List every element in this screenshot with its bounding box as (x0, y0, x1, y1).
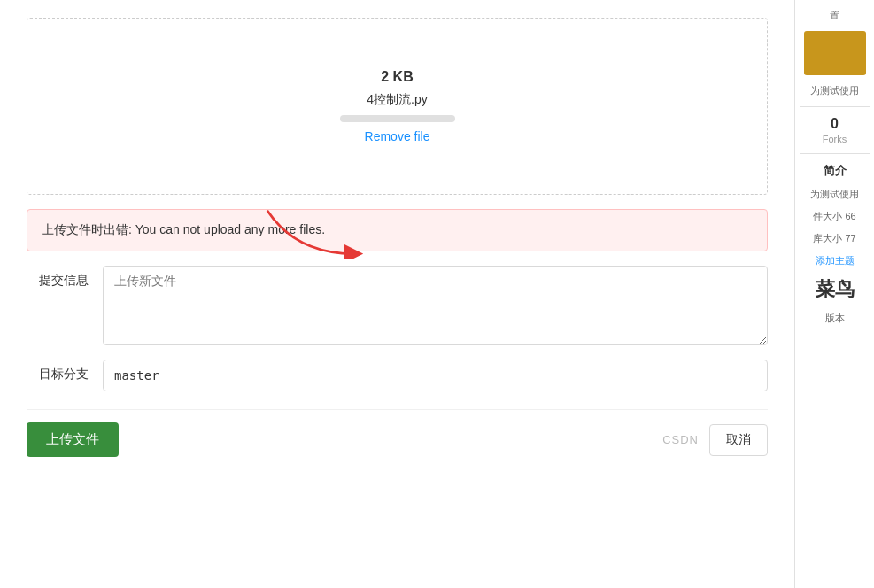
sidebar-yellow-banner (804, 31, 866, 75)
sidebar-forks-section: 0 Forks (823, 116, 847, 144)
cancel-button[interactable]: 取消 (709, 424, 768, 456)
main-content: 2 KB 4控制流.py Remove file 上传文件时出错: You ca… (0, 0, 794, 588)
sidebar-intro-text: 为测试使用 (810, 188, 859, 201)
forks-label: Forks (823, 134, 847, 144)
watermark-text: CSDN (662, 433, 699, 446)
error-text: 上传文件时出错: You can not upload any more fil… (42, 222, 325, 236)
sidebar-setting[interactable]: 置 (830, 9, 839, 22)
footer-bar: 上传文件 CSDN 取消 (27, 409, 768, 457)
upload-button[interactable]: 上传文件 (27, 422, 119, 457)
branch-input[interactable] (103, 360, 768, 391)
file-size-label: 2 KB (381, 69, 413, 85)
file-name-label: 4控制流.py (367, 92, 427, 108)
error-banner: 上传文件时出错: You can not upload any more fil… (27, 209, 768, 251)
commit-message-row: 提交信息 (27, 266, 768, 345)
branch-label: 目标分支 (27, 360, 89, 383)
sidebar-test-desc: 为测试使用 (810, 84, 859, 97)
sidebar-intro-title: 简介 (824, 163, 847, 179)
sidebar-add-topic[interactable]: 添加主题 (816, 254, 855, 267)
sidebar: 置 为测试使用 0 Forks 简介 为测试使用 件大小 66 库大小 77 添… (794, 0, 874, 588)
sidebar-logo: 菜鸟 (816, 276, 855, 303)
sidebar-divider-1 (800, 106, 870, 107)
remove-file-link[interactable]: Remove file (365, 129, 430, 143)
sidebar-version: 版本 (825, 312, 845, 325)
sidebar-size-desc1: 件大小 66 (813, 210, 855, 223)
branch-row: 目标分支 (27, 360, 768, 391)
sidebar-divider-2 (800, 153, 870, 154)
commit-label: 提交信息 (27, 266, 89, 289)
sidebar-size-desc2: 库大小 77 (813, 232, 855, 245)
footer-right: CSDN 取消 (662, 424, 768, 456)
commit-textarea[interactable] (103, 266, 768, 345)
file-progress-bar (340, 115, 455, 122)
upload-dropzone: 2 KB 4控制流.py Remove file (27, 18, 768, 195)
forks-count: 0 (831, 116, 839, 132)
